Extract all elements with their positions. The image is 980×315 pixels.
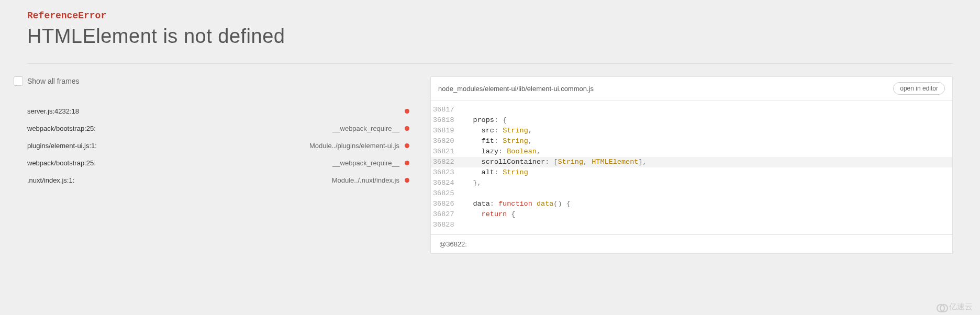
code-line: 36826 data: function data() { (431, 199, 952, 209)
frame-location: webpack/bootstrap:25: (27, 125, 96, 132)
code-line: 36825 (431, 188, 952, 199)
code-line: 36821 lazy: Boolean, (431, 147, 952, 157)
line-content (456, 220, 952, 230)
line-number: 36823 (431, 167, 456, 178)
line-number: 36824 (431, 178, 456, 188)
frame-location: server.js:4232:18 (27, 107, 79, 115)
frame-module: __webpack_require__ (332, 125, 399, 132)
line-number: 36819 (431, 126, 456, 136)
code-line: 36820 fit: String, (431, 136, 952, 147)
code-line: 36817 (431, 105, 952, 115)
code-line: 36824 }, (431, 178, 952, 188)
error-dot-icon (405, 161, 409, 165)
watermark-text: 亿速云 (949, 302, 973, 312)
line-number: 36822 (431, 157, 456, 167)
line-number: 36828 (431, 220, 456, 230)
stack-frames-panel: Show all frames server.js:4232:18webpack… (27, 76, 409, 254)
code-line: 36828 (431, 220, 952, 230)
frame-location: webpack/bootstrap:25: (27, 159, 96, 167)
error-dot-icon (405, 178, 409, 183)
line-content (456, 188, 952, 199)
stack-frame[interactable]: server.js:4232:18 (27, 103, 409, 120)
line-content: src: String, (456, 126, 952, 136)
line-number: 36821 (431, 147, 456, 157)
open-in-editor-button[interactable]: open in editor (893, 82, 945, 95)
error-dot-icon (405, 109, 409, 114)
line-content: return { (456, 209, 952, 220)
line-content: alt: String (456, 167, 952, 178)
watermark-icon (937, 304, 947, 310)
frame-module: Module../.nuxt/index.js (332, 176, 399, 184)
code-footer: @36822: (431, 234, 952, 253)
error-type: ReferenceError (27, 10, 953, 21)
line-content: data: function data() { (456, 199, 952, 209)
error-dot-icon (405, 126, 409, 131)
line-number: 36826 (431, 199, 456, 209)
code-view-panel: node_modules/element-ui/lib/element-ui.c… (430, 76, 953, 254)
code-line: 36822 scrollContainer: [String, HTMLElem… (431, 157, 952, 167)
line-number: 36820 (431, 136, 456, 147)
stack-frame[interactable]: plugins/element-ui.js:1:Module../plugins… (27, 137, 409, 154)
frame-module: __webpack_require__ (332, 159, 399, 167)
code-line: 36827 return { (431, 209, 952, 220)
error-message: HTMLElement is not defined (27, 25, 953, 48)
line-number: 36818 (431, 115, 456, 126)
code-line: 36823 alt: String (431, 167, 952, 178)
frame-location: .nuxt/index.js:1: (27, 176, 74, 184)
stack-frame[interactable]: webpack/bootstrap:25:__webpack_require__ (27, 154, 409, 172)
frame-location: plugins/element-ui.js:1: (27, 142, 97, 150)
divider (27, 63, 953, 64)
line-number: 36825 (431, 188, 456, 199)
file-path: node_modules/element-ui/lib/element-ui.c… (438, 85, 594, 93)
code-line: 36818 props: { (431, 115, 952, 126)
line-content: lazy: Boolean, (456, 147, 952, 157)
line-number: 36817 (431, 105, 456, 115)
line-content: scrollContainer: [String, HTMLElement], (456, 157, 952, 167)
code-line: 36819 src: String, (431, 126, 952, 136)
error-dot-icon (405, 143, 409, 148)
frame-module: Module../plugins/element-ui.js (309, 142, 399, 150)
watermark: 亿速云 (937, 302, 973, 312)
code-block: 3681736818 props: {36819 src: String,368… (431, 100, 952, 234)
line-content (456, 105, 952, 115)
stack-frame[interactable]: .nuxt/index.js:1:Module../.nuxt/index.js (27, 172, 409, 189)
line-content: }, (456, 178, 952, 188)
show-all-frames-label[interactable]: Show all frames (27, 77, 80, 85)
show-all-frames-checkbox[interactable] (14, 76, 23, 86)
line-number: 36827 (431, 209, 456, 220)
line-content: fit: String, (456, 136, 952, 147)
line-content: props: { (456, 115, 952, 126)
stack-frame[interactable]: webpack/bootstrap:25:__webpack_require__ (27, 120, 409, 137)
